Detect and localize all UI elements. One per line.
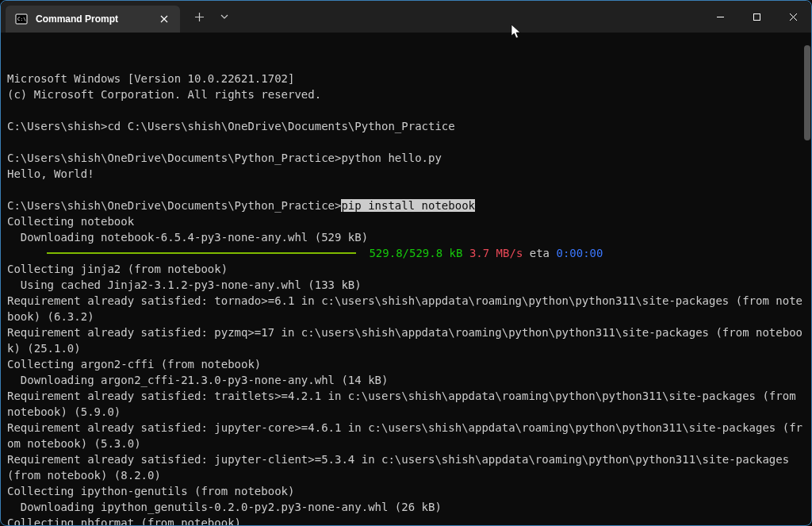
progress-eta-label: eta (523, 245, 556, 261)
cmd-icon: C:\ (15, 13, 28, 25)
progress-size: 529.8/529.8 kB (362, 245, 469, 261)
terminal-line: Microsoft Windows [Version 10.0.22621.17… (7, 71, 808, 86)
terminal-line (7, 134, 808, 150)
maximize-button[interactable] (738, 1, 775, 33)
terminal-line: C:\Users\shish\OneDrive\Documents\Python… (7, 198, 808, 213)
terminal-line: C:\Users\shish\OneDrive\Documents\Python… (7, 150, 808, 166)
terminal-line (7, 182, 808, 198)
terminal-line: (c) Microsoft Corporation. All rights re… (7, 86, 808, 102)
window-controls (702, 1, 811, 33)
terminal-line: Downloading ipython_genutils-0.2.0-py2.p… (7, 499, 808, 515)
terminal-line: Requirement already satisfied: jupyter-c… (7, 420, 808, 451)
terminal-line: Requirement already satisfied: traitlets… (7, 388, 808, 420)
prompt-text: C:\Users\shish\OneDrive\Documents\Python… (7, 199, 341, 212)
progress-bar (47, 252, 356, 254)
svg-rect-2 (753, 13, 760, 20)
scrollbar[interactable] (802, 33, 811, 525)
terminal-line: Using cached Jinja2-3.1.2-py3-none-any.w… (7, 277, 808, 293)
terminal-line: Requirement already satisfied: tornado>=… (7, 293, 808, 324)
terminal-line: Collecting ipython-genutils (from notebo… (7, 483, 808, 499)
tab-close-button[interactable] (158, 13, 170, 25)
terminal-line: Downloading argon2_cffi-21.3.0-py3-none-… (7, 372, 808, 388)
terminal-line: C:\Users\shish>cd C:\Users\shish\OneDriv… (7, 118, 808, 134)
progress-eta: 0:00:00 (556, 245, 603, 261)
svg-text:C:\: C:\ (17, 16, 26, 21)
terminal-line: Hello, World! (7, 166, 808, 182)
minimize-button[interactable] (702, 1, 738, 33)
titlebar-actions (186, 1, 237, 33)
tab-command-prompt[interactable]: C:\ Command Prompt (6, 6, 180, 33)
terminal-line: Downloading notebook-6.5.4-py3-none-any.… (7, 229, 808, 245)
terminal-output[interactable]: Microsoft Windows [Version 10.0.22621.17… (1, 33, 811, 525)
new-tab-button[interactable] (186, 4, 212, 29)
titlebar: C:\ Command Prompt (1, 1, 811, 33)
terminal-line: Collecting nbformat (from notebook) (7, 515, 808, 525)
terminal-line: Requirement already satisfied: pyzmq>=17… (7, 324, 808, 356)
download-progress: 529.8/529.8 kB 3.7 MB/s eta 0:00:00 (7, 245, 808, 261)
terminal-line: Requirement already satisfied: jupyter-c… (7, 451, 808, 483)
scrollbar-thumb[interactable] (804, 45, 810, 140)
terminal-line (7, 102, 808, 118)
progress-speed: 3.7 MB/s (469, 245, 523, 261)
terminal-content: Microsoft Windows [Version 10.0.22621.17… (7, 71, 808, 525)
tab-title: Command Prompt (36, 13, 150, 25)
terminal-line: Collecting argon2-cffi (from notebook) (7, 356, 808, 372)
tab-dropdown-button[interactable] (212, 4, 237, 29)
terminal-line: Collecting jinja2 (from notebook) (7, 261, 808, 277)
close-button[interactable] (775, 1, 811, 33)
highlighted-command: pip install notebook (341, 199, 475, 212)
terminal-line: Collecting notebook (7, 213, 808, 229)
